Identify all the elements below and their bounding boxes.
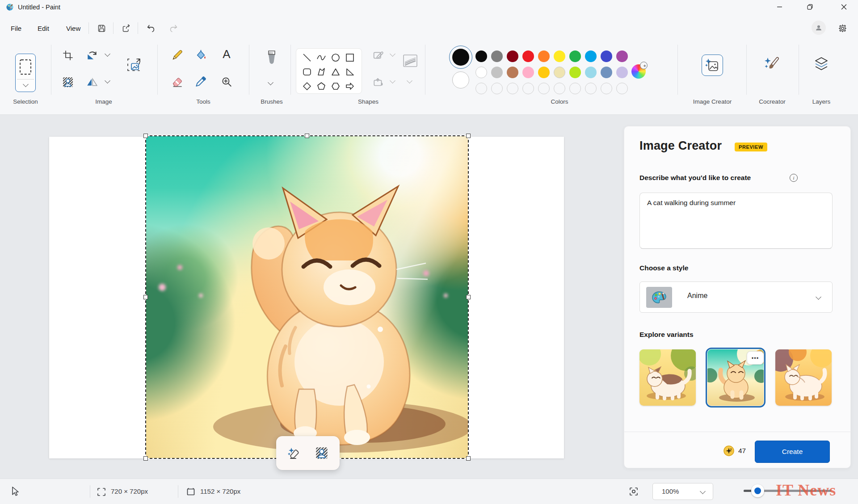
- undo-button[interactable]: [143, 21, 158, 36]
- color-swatch[interactable]: [585, 50, 597, 62]
- save-button[interactable]: [94, 21, 109, 36]
- selection-handle-ne[interactable]: [466, 134, 471, 138]
- image-creator-button[interactable]: [702, 55, 723, 76]
- text-tool-button[interactable]: A: [219, 46, 234, 62]
- custom-color-slot[interactable]: [507, 83, 518, 94]
- flip-dropdown[interactable]: [105, 79, 109, 83]
- shape-curve[interactable]: [315, 52, 328, 63]
- color-swatch[interactable]: [538, 50, 550, 62]
- edit-colors-button[interactable]: +: [631, 64, 646, 79]
- variant-thumbnail-3[interactable]: [775, 349, 832, 406]
- shape-rounded-rectangle[interactable]: [301, 66, 313, 78]
- custom-color-slot[interactable]: [554, 83, 565, 94]
- color-swatch[interactable]: [475, 67, 487, 78]
- cocreator-button[interactable]: [761, 54, 783, 75]
- style-dropdown[interactable]: Anime: [639, 281, 833, 313]
- generative-erase-button[interactable]: [285, 444, 303, 462]
- custom-color-slot[interactable]: [616, 83, 628, 94]
- selection-region[interactable]: [146, 136, 468, 458]
- menu-view[interactable]: View: [61, 21, 86, 35]
- rotate-dropdown[interactable]: [105, 52, 109, 56]
- remove-background-button[interactable]: [61, 75, 75, 89]
- zoom-slider-thumb[interactable]: [751, 484, 764, 497]
- resize-button[interactable]: [124, 55, 145, 76]
- shape-triangle[interactable]: [329, 66, 342, 78]
- account-button[interactable]: [812, 21, 826, 35]
- custom-color-slot[interactable]: [585, 83, 597, 94]
- prompt-input[interactable]: A cat walking during summer: [639, 193, 833, 249]
- selection-handle-w[interactable]: [143, 295, 148, 299]
- stroke-width-dropdown[interactable]: [408, 79, 412, 83]
- color-swatch[interactable]: [522, 67, 534, 78]
- custom-color-slot[interactable]: [522, 83, 534, 94]
- color-swatch[interactable]: [616, 50, 628, 62]
- redo-button[interactable]: [166, 21, 181, 36]
- crop-button[interactable]: [61, 48, 75, 63]
- fill-tool-button[interactable]: [193, 47, 208, 63]
- create-button[interactable]: Create: [755, 441, 830, 463]
- layers-button[interactable]: [811, 54, 832, 75]
- selection-handle-sw[interactable]: [143, 456, 148, 461]
- color-swatch[interactable]: [554, 67, 565, 78]
- stroke-width-button[interactable]: [400, 51, 420, 71]
- menu-file[interactable]: File: [5, 21, 27, 35]
- color-swatch[interactable]: [601, 67, 612, 78]
- shape-polygon[interactable]: [315, 66, 328, 78]
- close-button[interactable]: [829, 0, 858, 14]
- selection-handle-nw[interactable]: [143, 134, 148, 138]
- pencil-tool-button[interactable]: [169, 47, 185, 63]
- shape-pentagon[interactable]: [315, 80, 328, 92]
- flip-button[interactable]: [85, 75, 99, 89]
- custom-color-slot[interactable]: [538, 83, 550, 94]
- shapes-gallery[interactable]: [296, 48, 362, 94]
- color-swatch[interactable]: [507, 67, 518, 78]
- custom-color-slot[interactable]: [491, 83, 503, 94]
- brushes-dropdown[interactable]: [269, 80, 273, 84]
- color-swatch[interactable]: [585, 67, 597, 78]
- settings-button[interactable]: [835, 21, 850, 36]
- color-swatch[interactable]: [491, 67, 503, 78]
- color-swatch[interactable]: [507, 50, 518, 62]
- selection-handle-n[interactable]: [305, 134, 309, 138]
- selection-handle-e[interactable]: [466, 295, 471, 299]
- menu-edit[interactable]: Edit: [32, 21, 55, 35]
- color-swatch[interactable]: [601, 50, 612, 62]
- shape-arrow-right[interactable]: [344, 80, 356, 92]
- color-swatch[interactable]: [538, 67, 550, 78]
- shape-diamond[interactable]: [301, 80, 313, 92]
- info-icon[interactable]: i: [790, 174, 798, 182]
- eraser-tool-button[interactable]: [169, 74, 185, 89]
- custom-color-slot[interactable]: [601, 83, 612, 94]
- shape-fill-dropdown[interactable]: [391, 79, 395, 83]
- color-swatch[interactable]: [569, 67, 581, 78]
- color-swatch[interactable]: [616, 67, 628, 78]
- shape-outline-dropdown[interactable]: [391, 52, 395, 56]
- chevron-down-icon[interactable]: [23, 81, 29, 87]
- shape-hexagon[interactable]: [329, 80, 342, 92]
- shape-rectangle[interactable]: [344, 52, 356, 63]
- restore-button[interactable]: [797, 0, 822, 14]
- color1-swatch[interactable]: [452, 49, 469, 66]
- shape-ellipse[interactable]: [329, 52, 342, 63]
- shape-line[interactable]: [301, 52, 313, 63]
- variant-thumbnail-1[interactable]: [639, 349, 696, 406]
- zoom-level-dropdown[interactable]: 100%: [652, 483, 713, 500]
- eyedropper-tool-button[interactable]: [193, 74, 208, 89]
- color-swatch[interactable]: [522, 50, 534, 62]
- rotate-button[interactable]: [85, 48, 99, 63]
- color-swatch[interactable]: [569, 50, 581, 62]
- selection-handle-se[interactable]: [466, 456, 471, 461]
- color-swatch[interactable]: [475, 50, 487, 62]
- share-button[interactable]: [118, 21, 134, 36]
- custom-color-slot[interactable]: [475, 83, 487, 94]
- magnifier-tool-button[interactable]: [219, 74, 234, 89]
- variant-more-button[interactable]: •••: [747, 351, 764, 365]
- brushes-button[interactable]: [263, 48, 281, 71]
- selection-tool-button[interactable]: [15, 54, 36, 92]
- color-swatch[interactable]: [491, 50, 503, 62]
- minimize-button[interactable]: [767, 0, 792, 14]
- remove-background-button-floating[interactable]: [313, 444, 331, 462]
- fit-to-screen-icon[interactable]: [628, 486, 639, 497]
- custom-color-slot[interactable]: [569, 83, 581, 94]
- color2-swatch[interactable]: [452, 71, 469, 88]
